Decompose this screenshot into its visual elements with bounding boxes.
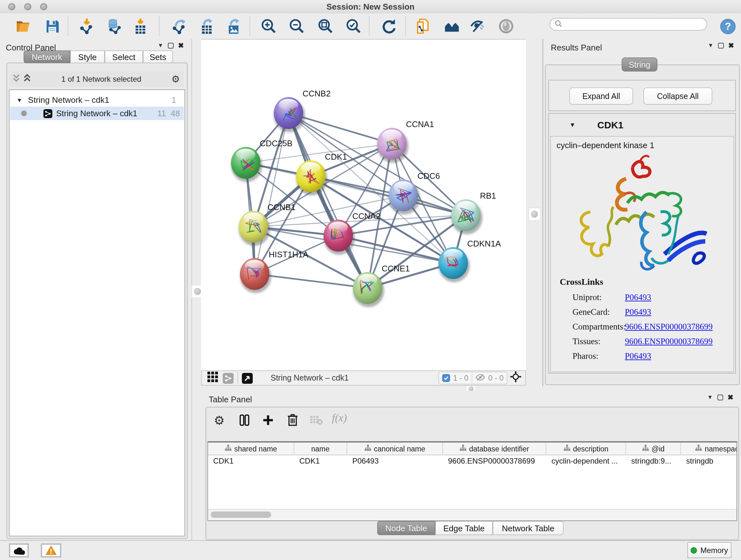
refresh-icon[interactable] bbox=[380, 17, 398, 35]
warning-button[interactable] bbox=[41, 543, 61, 557]
import-network-database-icon[interactable] bbox=[105, 17, 123, 35]
tree-expander-icon[interactable]: ▼ bbox=[17, 97, 22, 103]
network-edge[interactable] bbox=[255, 274, 367, 288]
collapse-all-button[interactable]: Collapse All bbox=[643, 87, 712, 105]
export-network-icon[interactable] bbox=[171, 17, 188, 35]
node-count: 11 bbox=[157, 109, 166, 118]
network-canvas[interactable]: CCNB2CCNA1CDC25BCDK1CDC6RB1CCNB1CCNA2CDK… bbox=[201, 39, 526, 370]
search-input[interactable] bbox=[562, 20, 706, 28]
node-result-title: CDK1 bbox=[597, 119, 623, 130]
node-result-header[interactable]: ▼ CDK1 bbox=[549, 114, 735, 135]
delete-column-icon[interactable] bbox=[286, 413, 299, 429]
tab-node-table[interactable]: Node Table bbox=[377, 521, 435, 535]
open-file-icon[interactable] bbox=[14, 17, 32, 35]
column-header-shared-name[interactable]: shared name bbox=[208, 442, 294, 455]
column-type-icon bbox=[695, 444, 702, 453]
level-of-detail-icon[interactable] bbox=[497, 17, 515, 35]
column-header-description[interactable]: description bbox=[546, 442, 626, 455]
panel-close-icon[interactable]: ✖ bbox=[728, 394, 733, 400]
splitter-grip[interactable] bbox=[529, 207, 541, 221]
network-node-RB1[interactable]: RB1 bbox=[451, 191, 496, 234]
crosslink-link[interactable]: 9606.ENSP00000378699 bbox=[625, 322, 713, 332]
import-table-icon[interactable] bbox=[131, 17, 149, 35]
tab-style[interactable]: Style bbox=[70, 51, 105, 63]
collapse-all-icon[interactable] bbox=[12, 73, 20, 85]
help-icon[interactable]: ? bbox=[719, 17, 737, 35]
splitter-grip[interactable] bbox=[467, 386, 475, 391]
delete-table-icon[interactable] bbox=[310, 415, 323, 428]
results-panel-splitter[interactable] bbox=[526, 39, 542, 386]
hide-graphics-details-icon[interactable] bbox=[468, 17, 486, 35]
table-cell: cyclin-dependent ... bbox=[546, 455, 626, 466]
fit-content-crosshair-icon[interactable] bbox=[510, 371, 522, 385]
crosslinks-title: CrossLinks bbox=[560, 277, 603, 287]
expand-all-button[interactable]: Expand All bbox=[569, 87, 633, 105]
panel-close-icon[interactable]: ✖ bbox=[728, 43, 734, 48]
tab-edge-table[interactable]: Edge Table bbox=[435, 521, 493, 535]
expand-all-icon[interactable] bbox=[23, 73, 31, 85]
node-label: CDC6 bbox=[417, 171, 440, 181]
export-image-icon[interactable] bbox=[225, 17, 243, 35]
crosslink-link[interactable]: P06493 bbox=[625, 307, 651, 317]
tab-string[interactable]: String bbox=[622, 57, 657, 71]
column-header-name[interactable]: name bbox=[294, 442, 347, 455]
table-row[interactable]: CDK1CDK1P064939606.ENSP00000378699cyclin… bbox=[208, 455, 737, 466]
panel-menu-icon[interactable]: ▼ bbox=[158, 42, 163, 49]
add-column-icon[interactable] bbox=[262, 414, 274, 429]
column-header--id[interactable]: @id bbox=[626, 442, 681, 455]
network-node-HIST1H1A[interactable]: HIST1H1A bbox=[240, 250, 309, 293]
network-graph[interactable]: CCNB2CCNA1CDC25BCDK1CDC6RB1CCNB1CCNA2CDK… bbox=[201, 40, 526, 371]
network-node-CCNE1[interactable]: CCNE1 bbox=[353, 264, 410, 307]
navigator-icon[interactable] bbox=[242, 373, 253, 383]
grid-view-icon[interactable] bbox=[207, 371, 218, 385]
panel-float-icon[interactable] bbox=[718, 43, 724, 48]
tab-network[interactable]: Network bbox=[23, 51, 70, 63]
tree-row-network[interactable]: String Network – cdk1 11 48 bbox=[10, 107, 184, 120]
table-settings-gear-icon[interactable]: ⚙ bbox=[214, 413, 225, 428]
memory-button[interactable]: Memory bbox=[687, 542, 731, 558]
crosslink-link[interactable]: P06493 bbox=[625, 351, 651, 361]
section-collapse-icon[interactable]: ▼ bbox=[569, 121, 576, 128]
control-panel-splitter[interactable] bbox=[192, 39, 202, 540]
expand-collapse-box: Expand All Collapse All bbox=[548, 80, 736, 111]
show-columns-icon[interactable] bbox=[238, 414, 251, 429]
network-node-CDKN1A[interactable]: CDKN1A bbox=[439, 239, 501, 282]
panel-menu-icon[interactable]: ▼ bbox=[708, 42, 714, 49]
table-panel-splitter[interactable] bbox=[201, 386, 741, 391]
panel-menu-icon[interactable]: ▼ bbox=[707, 394, 713, 400]
tab-sets[interactable]: Sets bbox=[143, 51, 173, 63]
panel-close-icon[interactable]: ✖ bbox=[178, 43, 184, 48]
panel-float-icon[interactable] bbox=[718, 394, 723, 400]
zoom-fit-icon[interactable] bbox=[317, 17, 334, 35]
hidden-eye-icon[interactable] bbox=[475, 372, 485, 384]
tree-options-gear-icon[interactable]: ⚙ bbox=[172, 75, 180, 84]
crosslink-link[interactable]: 9606.ENSP00000378699 bbox=[625, 336, 713, 347]
table-cell: stringdb:9... bbox=[626, 455, 681, 466]
scrollbar-thumb[interactable] bbox=[211, 511, 271, 518]
horizontal-scrollbar[interactable] bbox=[208, 509, 737, 520]
network-edge[interactable] bbox=[288, 113, 367, 288]
zoom-selected-icon[interactable] bbox=[345, 17, 362, 35]
network-node-CDC6[interactable]: CDC6 bbox=[389, 171, 440, 214]
network-share-view-icon[interactable] bbox=[223, 373, 233, 383]
crosslink-link[interactable]: P06493 bbox=[625, 293, 651, 303]
zoom-out-icon[interactable] bbox=[288, 17, 306, 35]
network-edge[interactable] bbox=[311, 176, 466, 215]
cloud-button[interactable] bbox=[9, 543, 29, 557]
tab-network-table[interactable]: Network Table bbox=[493, 521, 563, 535]
zoom-in-icon[interactable] bbox=[260, 17, 278, 35]
tree-row-collection[interactable]: ▼ String Network – cdk1 1 bbox=[10, 93, 184, 107]
save-session-icon[interactable] bbox=[44, 17, 61, 35]
network-node-CCNB1[interactable]: CCNB1 bbox=[239, 202, 295, 246]
export-table-icon[interactable] bbox=[198, 17, 216, 35]
column-header-namespace[interactable]: namespace bbox=[681, 442, 737, 455]
column-header-database-identifier[interactable]: database identifier bbox=[443, 442, 546, 455]
function-builder-icon[interactable]: f(x) bbox=[332, 412, 347, 425]
import-network-file-icon[interactable] bbox=[78, 17, 96, 35]
panel-float-icon[interactable] bbox=[168, 43, 174, 48]
tab-select[interactable]: Select bbox=[105, 51, 143, 63]
copy-style-icon[interactable] bbox=[414, 17, 432, 35]
selected-checkbox-icon[interactable] bbox=[442, 374, 450, 382]
column-header-canonical-name[interactable]: canonical name bbox=[347, 442, 443, 455]
show-all-networks-icon[interactable] bbox=[443, 17, 461, 35]
